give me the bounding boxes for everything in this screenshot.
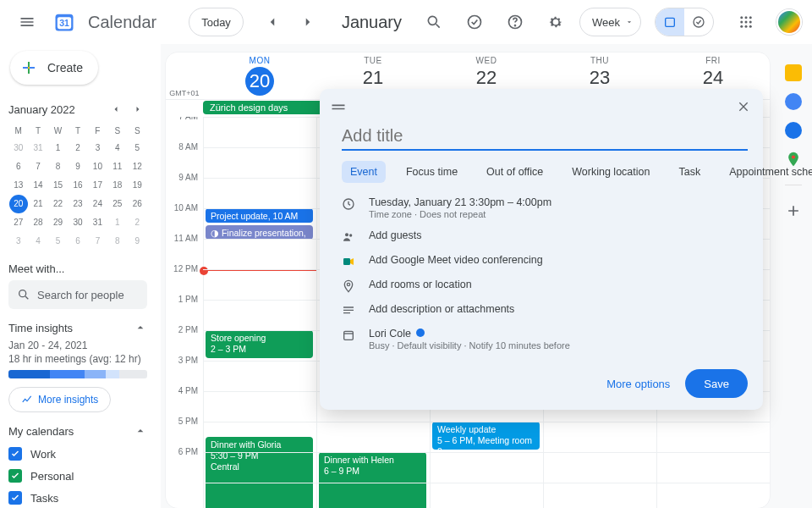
event-title-input[interactable] — [342, 121, 748, 151]
mini-next-button[interactable] — [129, 100, 147, 119]
mini-day[interactable]: 5 — [128, 139, 146, 157]
mini-day[interactable]: 23 — [69, 195, 87, 213]
next-week-button[interactable] — [291, 5, 325, 39]
tasks-icon[interactable] — [785, 93, 802, 110]
account-avatar[interactable] — [776, 9, 802, 35]
mini-day[interactable]: 24 — [88, 195, 107, 213]
mini-prev-button[interactable] — [107, 100, 125, 119]
help-button[interactable] — [498, 5, 532, 39]
mini-day[interactable]: 29 — [49, 213, 68, 232]
mini-day[interactable]: 25 — [108, 195, 127, 213]
mini-day[interactable]: 3 — [9, 232, 28, 251]
timezone-label: GMT+01 — [166, 52, 203, 99]
main-menu-button[interactable] — [10, 5, 44, 39]
mini-day[interactable]: 5 — [49, 232, 68, 251]
organizer-name: Lori Cole — [369, 328, 411, 340]
mini-day[interactable]: 9 — [69, 157, 87, 176]
datetime-row[interactable]: Tuesday, January 21 3:30pm – 4:00pm Time… — [342, 196, 748, 219]
mini-day[interactable]: 31 — [88, 213, 107, 232]
mini-day[interactable]: 8 — [49, 157, 68, 176]
mini-day[interactable]: 11 — [108, 157, 127, 176]
allday-event[interactable]: Zürich design days — [203, 101, 327, 114]
google-apps-button[interactable] — [729, 5, 763, 39]
mini-day[interactable]: 1 — [49, 139, 68, 157]
display-mode-toggle — [655, 8, 714, 36]
event-type-chip[interactable]: Working location — [563, 161, 658, 183]
mini-day[interactable]: 10 — [88, 157, 107, 176]
organizer-row[interactable]: Lori Cole Busy · Default visibility · No… — [342, 328, 748, 351]
mini-day[interactable]: 4 — [108, 139, 127, 157]
mini-day[interactable]: 3 — [88, 139, 107, 157]
event-type-chip[interactable]: Out of office — [478, 161, 551, 183]
mini-day[interactable]: 2 — [69, 139, 87, 157]
mini-day[interactable]: 31 — [29, 139, 47, 157]
close-popup-button[interactable] — [731, 94, 756, 119]
location-row[interactable]: Add rooms or location — [342, 279, 748, 293]
time-insights-header[interactable]: Time insights — [8, 321, 147, 334]
calendar-checkbox-item[interactable]: Tasks — [8, 487, 147, 508]
meet-row[interactable]: Add Google Meet video conferencing — [342, 254, 748, 268]
prev-week-button[interactable] — [255, 5, 289, 39]
calendar-view-button[interactable] — [656, 8, 684, 36]
calendar-event[interactable]: Store opening2 – 3 PM — [206, 330, 313, 358]
view-dropdown[interactable]: Week — [579, 8, 641, 36]
mini-day[interactable]: 17 — [88, 176, 107, 195]
mini-day[interactable]: 6 — [9, 157, 28, 176]
mini-calendar[interactable]: MTWTFSS303112345678910111213141516171819… — [8, 124, 147, 251]
mini-day[interactable]: 2 — [128, 213, 146, 232]
today-button[interactable]: Today — [189, 8, 244, 36]
mini-day[interactable]: 26 — [128, 195, 146, 213]
mini-day[interactable]: 12 — [128, 157, 146, 176]
settings-button[interactable] — [539, 5, 573, 39]
calendar-event[interactable]: Dinner with Helen6 – 9 PM — [319, 452, 426, 508]
search-people-input[interactable]: Search for people — [8, 280, 147, 309]
mini-day[interactable]: 13 — [9, 176, 28, 195]
mini-day[interactable]: 19 — [128, 176, 146, 195]
support-button[interactable] — [458, 5, 491, 39]
mini-day[interactable]: 1 — [108, 213, 127, 232]
mini-day[interactable]: 28 — [29, 213, 47, 232]
event-type-chip[interactable]: Appointment schedule — [721, 161, 812, 183]
create-button[interactable]: Create — [10, 51, 98, 85]
keep-icon[interactable] — [785, 64, 802, 81]
tasks-view-button[interactable] — [684, 8, 713, 36]
my-calendars-header[interactable]: My calendars — [8, 424, 147, 438]
event-type-chip[interactable]: Event — [342, 161, 386, 183]
event-type-chip[interactable]: Focus time — [398, 161, 466, 183]
mini-day[interactable]: 6 — [69, 232, 87, 251]
add-addon-button[interactable] — [785, 202, 802, 219]
svg-point-22 — [349, 234, 352, 236]
drag-handle-icon[interactable] — [330, 102, 347, 111]
more-insights-button[interactable]: More insights — [8, 387, 111, 412]
mini-day[interactable]: 27 — [9, 213, 28, 232]
save-button[interactable]: Save — [685, 369, 748, 398]
calendar-event[interactable]: Dinner with Gloria5:30 – 9 PMCentral — [206, 437, 313, 508]
day-column[interactable]: Project update, 10 AM◑ Finalize presenta… — [203, 117, 316, 508]
calendar-event[interactable]: Weekly update5 – 6 PM, Meeting room 2c — [432, 422, 540, 450]
event-type-chip[interactable]: Task — [670, 161, 709, 183]
search-button[interactable] — [417, 5, 451, 39]
description-row[interactable]: Add description or attachments — [342, 303, 748, 318]
mini-day[interactable]: 9 — [128, 232, 146, 251]
mini-day[interactable]: 20 — [9, 195, 28, 213]
mini-day[interactable]: 18 — [108, 176, 127, 195]
mini-day[interactable]: 16 — [69, 176, 87, 195]
calendar-checkbox-item[interactable]: Work — [8, 443, 147, 465]
calendar-event[interactable]: ◑ Finalize presentation, 10: — [206, 225, 313, 240]
guests-row[interactable]: Add guests — [342, 229, 748, 244]
more-options-link[interactable]: More options — [606, 378, 670, 390]
mini-day[interactable]: 14 — [29, 176, 47, 195]
calendar-event[interactable]: Project update, 10 AM — [206, 208, 313, 223]
mini-day[interactable]: 7 — [29, 157, 47, 176]
mini-day[interactable]: 22 — [49, 195, 68, 213]
contacts-icon[interactable] — [785, 122, 802, 139]
mini-day[interactable]: 30 — [69, 213, 87, 232]
day-header[interactable]: MON20 — [203, 52, 316, 99]
mini-day[interactable]: 15 — [49, 176, 68, 195]
mini-day[interactable]: 30 — [9, 139, 28, 157]
mini-day[interactable]: 21 — [29, 195, 47, 213]
mini-day[interactable]: 8 — [108, 232, 127, 251]
calendar-checkbox-item[interactable]: Personal — [8, 465, 147, 487]
mini-day[interactable]: 4 — [29, 232, 47, 251]
mini-day[interactable]: 7 — [88, 232, 107, 251]
